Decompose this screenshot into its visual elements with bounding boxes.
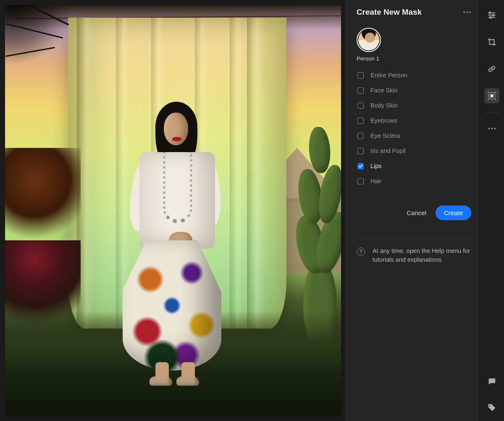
svg-point-12 <box>490 94 494 97</box>
cancel-button[interactable]: Cancel <box>407 209 426 216</box>
mask-option-label: Hair <box>370 178 382 184</box>
mask-option[interactable]: Eye Sclera <box>357 132 471 139</box>
mask-option-label: Entire Person <box>370 72 407 79</box>
svg-point-13 <box>489 405 491 406</box>
sliders-icon <box>487 11 496 20</box>
mask-option[interactable]: Entire Person <box>357 72 471 79</box>
mask-panel: Create New Mask Person 1 Entire PersonFa… <box>344 0 479 421</box>
checkbox[interactable] <box>357 133 364 139</box>
comments-tool[interactable] <box>484 374 499 389</box>
mask-option-label: Iris and Pupil <box>370 147 406 154</box>
help-text: At any time, open the Help menu for tuto… <box>373 247 471 264</box>
bandage-icon <box>487 64 496 74</box>
mask-icon <box>487 91 496 100</box>
mask-option-list: Entire PersonFace SkinBody SkinEyebrowsE… <box>357 72 471 184</box>
checkbox[interactable] <box>357 87 364 94</box>
mask-option[interactable]: Lips <box>357 163 471 169</box>
mask-option[interactable]: Hair <box>357 178 471 184</box>
photo-preview <box>5 5 341 416</box>
more-icon <box>488 126 496 132</box>
help-icon: ? <box>357 247 365 256</box>
more-tools[interactable] <box>484 125 499 132</box>
edit-tool[interactable] <box>484 8 499 23</box>
panel-title: Create New Mask <box>357 8 463 17</box>
tool-rail <box>479 0 504 421</box>
crop-tool[interactable] <box>484 34 499 50</box>
checkbox[interactable] <box>357 103 364 109</box>
mask-option-label: Face Skin <box>370 87 397 94</box>
svg-point-3 <box>492 14 494 16</box>
panel-more-button[interactable] <box>463 9 471 15</box>
mask-option-label: Lips <box>370 163 382 169</box>
mask-option[interactable]: Iris and Pupil <box>357 147 471 154</box>
mask-option[interactable]: Face Skin <box>357 87 471 94</box>
checkbox[interactable] <box>357 178 364 184</box>
tag-tool[interactable] <box>484 400 499 415</box>
mask-option[interactable]: Eyebrows <box>357 117 471 124</box>
comment-icon <box>487 377 496 386</box>
panel-divider <box>352 238 471 238</box>
image-canvas[interactable] <box>0 0 344 421</box>
create-button[interactable]: Create <box>436 205 471 220</box>
person-thumbnail <box>357 28 381 52</box>
mask-option-label: Body Skin <box>370 102 398 109</box>
rail-divider <box>486 113 498 113</box>
person-label: Person 1 <box>357 55 379 62</box>
checkbox[interactable] <box>357 72 364 79</box>
svg-line-10 <box>491 68 493 70</box>
checkbox[interactable] <box>357 118 364 124</box>
heal-tool[interactable] <box>484 61 499 76</box>
svg-point-6 <box>490 16 491 18</box>
mask-option[interactable]: Body Skin <box>357 102 471 109</box>
mask-option-label: Eye Sclera <box>370 132 400 139</box>
checkbox[interactable] <box>357 148 364 154</box>
mask-option-label: Eyebrows <box>370 117 397 124</box>
svg-point-0 <box>489 12 491 13</box>
help-hint: ? At any time, open the Help menu for tu… <box>357 247 471 264</box>
mask-tool[interactable] <box>484 88 499 103</box>
tag-icon <box>487 403 496 412</box>
crop-icon <box>487 37 496 47</box>
person-chip[interactable]: Person 1 <box>357 28 471 62</box>
checkbox[interactable] <box>357 163 364 169</box>
